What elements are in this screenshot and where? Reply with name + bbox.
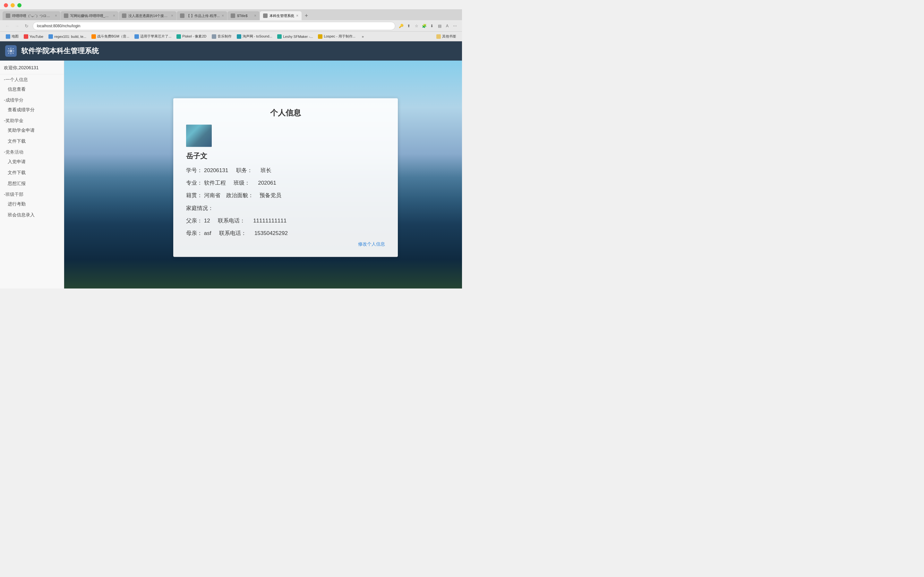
sidebar-item-party-report[interactable]: 思想汇报 [0, 178, 64, 189]
tab-close-3[interactable]: × [171, 13, 173, 18]
sidebar-item-scholarship-apply[interactable]: 奖助学金申请 [0, 125, 64, 136]
info-row-id-role: 学号： 20206131 职务： 班长 [186, 166, 385, 175]
tab-close-2[interactable]: × [113, 13, 115, 18]
bookmark-favicon-folder [436, 34, 441, 39]
back-button[interactable]: ← [4, 23, 11, 29]
bookmark-label-bgm: 战斗免费BGM（音... [97, 34, 129, 39]
bookmark-label-lospec: Lospec - 用于制作... [324, 34, 355, 39]
political-label: 政治面貌： [226, 193, 254, 199]
tab-favicon-2 [64, 13, 68, 18]
father-phone-value: 11111111111 [253, 218, 286, 224]
minimize-button[interactable] [11, 3, 15, 7]
forward-button[interactable]: → [13, 23, 21, 29]
app-wrapper: 软件学院本科生管理系统 欢迎你,20206131 -一个人信息 信息查看 -成绩… [0, 41, 462, 288]
class-label: 班级： [234, 180, 250, 186]
browser-tab-3[interactable]: 没人愿意透露的14个接单... × [119, 11, 176, 20]
sidebar-item-scholarship-download[interactable]: 文件下载 [0, 136, 64, 147]
sidebar-item-party-download[interactable]: 文件下载 [0, 167, 64, 178]
info-row-major-class: 专业： 软件工程 班级： 202061 [186, 179, 385, 187]
class-value: 202061 [258, 180, 276, 186]
bookmark-label-piskel: Piskel - 像素2D [182, 34, 206, 39]
tab-close-5[interactable]: × [254, 13, 256, 18]
bookmark-favicon-music [212, 34, 216, 39]
role-label: 职务： [236, 167, 252, 173]
close-button[interactable] [4, 3, 8, 7]
url-input[interactable]: localhost:8080/nchu/login [33, 22, 395, 30]
info-card: 个人信息 岳子文 学号： 20206131 职务： 班长 专业： 软件工程 班级… [173, 98, 398, 257]
bookmark-taosheng[interactable]: 淘声网 - toSound... [235, 33, 274, 39]
tab-label-2: 写网站赚钱-哔哩哔哩_Bili... [70, 13, 111, 18]
tab-close-1[interactable]: × [55, 13, 57, 18]
bookmark-leshy[interactable]: Leshy SFMaker -... [275, 34, 315, 39]
tab-close-6[interactable]: × [296, 13, 298, 18]
sidebar: 欢迎你,20206131 -一个人信息 信息查看 -成绩学分 查看成绩学分 -奖… [0, 61, 64, 288]
bookmark-youtube[interactable]: YouTube [22, 34, 45, 39]
key-icon[interactable]: 🔑 [398, 23, 404, 29]
political-value: 预备党员 [260, 193, 281, 199]
tab-favicon-4 [180, 13, 184, 18]
translate-icon[interactable]: A [444, 23, 451, 29]
download-icon[interactable]: ⬇ [429, 23, 435, 29]
menu-icon[interactable]: ⋯ [452, 23, 458, 29]
sidebar-item-info-view[interactable]: 信息查看 [0, 84, 64, 95]
sidebar-item-attendance[interactable]: 进行考勤 [0, 199, 64, 210]
sidebar-item-class-record[interactable]: 班会信息录入 [0, 210, 64, 221]
sidebar-icon[interactable]: ▤ [436, 23, 443, 29]
father-label: 父亲： [186, 218, 202, 224]
bookmark-icon[interactable]: ☆ [413, 23, 420, 29]
browser-tab-4[interactable]: 【 】作品上传-程序... × [177, 11, 227, 20]
modify-info-link[interactable]: 修改个人信息 [358, 242, 385, 247]
info-row-father: 父亲： 12 联系电话： 11111111111 [186, 216, 385, 225]
bookmark-favicon-leshy [277, 34, 282, 39]
sidebar-item-grades[interactable]: 查看成绩学分 [0, 105, 64, 115]
extension-icon[interactable]: 🧩 [421, 23, 427, 29]
new-tab-button[interactable]: + [302, 11, 311, 20]
address-bar-area: ← → ↻ localhost:8080/nchu/login 🔑 ⬆ ☆ 🧩 … [0, 20, 462, 32]
bookmark-bgm[interactable]: 战斗免费BGM（音... [89, 33, 131, 39]
bookmark-lospec[interactable]: Lospec - 用于制作... [316, 33, 357, 39]
bookmark-map[interactable]: 地图 [4, 33, 21, 39]
student-id-label: 学号： [186, 167, 202, 173]
bookmark-favicon-apple [134, 34, 139, 39]
bookmark-folder-other[interactable]: 其他书签 [435, 33, 458, 39]
bookmark-favicon-bgm [91, 34, 96, 39]
bookmark-favicon-piskel [176, 34, 181, 39]
sidebar-section-grades: -成绩学分 [0, 95, 64, 105]
student-photo [186, 124, 212, 147]
hometown-value: 河南省 [204, 193, 220, 199]
tab-label-1: 哔哩哔哩（'·ᴗ·`）つロ干... [12, 13, 53, 18]
reload-button[interactable]: ↻ [23, 23, 30, 29]
mother-label: 母亲： [186, 230, 202, 236]
bookmark-label-music: 音乐制作 [218, 34, 232, 39]
bookmark-label-apple: 适用于苹果芯片了... [140, 34, 171, 39]
sidebar-item-party-apply[interactable]: 入党申请 [0, 156, 64, 167]
bookmark-favicon-map [6, 34, 10, 39]
student-photo-image [186, 124, 212, 147]
browser-tab-6[interactable]: 本科生管理系统 × [260, 11, 302, 20]
tab-favicon-3 [122, 13, 126, 18]
browser-tab-1[interactable]: 哔哩哔哩（'·ᴗ·`）つロ干... × [3, 11, 60, 20]
bookmarks-bar: 地图 YouTube regex101: build, te... 战斗免费BG… [0, 32, 462, 41]
hometown-label: 籍贯： [186, 193, 202, 199]
bookmark-music[interactable]: 音乐制作 [210, 33, 234, 39]
browser-tab-5[interactable]: $Title$ × [228, 11, 260, 20]
main-content: 个人信息 岳子文 学号： 20206131 职务： 班长 专业： 软件工程 班级… [64, 61, 462, 288]
bookmark-regex[interactable]: regex101: build, te... [47, 34, 88, 39]
tab-label-5: $Title$ [237, 14, 248, 18]
tab-favicon-5 [231, 13, 235, 18]
bookmark-piskel[interactable]: Piskel - 像素2D [174, 33, 208, 39]
sidebar-section-class: -班级干部 [0, 189, 64, 199]
maximize-button[interactable] [17, 3, 21, 7]
bookmark-more[interactable]: » [360, 34, 366, 39]
browser-tab-2[interactable]: 写网站赚钱-哔哩哔哩_Bili... × [61, 11, 118, 20]
sidebar-section-scholarship: -奖助学金 [0, 115, 64, 125]
svg-point-0 [10, 50, 12, 52]
family-label: 家庭情况： [186, 205, 213, 211]
bookmark-apple[interactable]: 适用于苹果芯片了... [132, 33, 173, 39]
info-row-mother: 母亲： asf 联系电话： 15350425292 [186, 229, 385, 237]
info-card-title: 个人信息 [186, 108, 385, 118]
share-icon[interactable]: ⬆ [405, 23, 412, 29]
bookmark-favicon-lospec [318, 34, 322, 39]
tab-close-4[interactable]: × [222, 13, 224, 18]
student-id-value: 20206131 [204, 167, 228, 173]
